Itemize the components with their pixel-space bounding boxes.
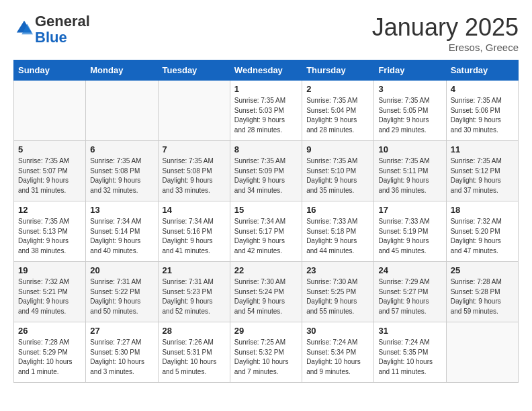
day-number: 10 (378, 144, 441, 154)
calendar-cell: 23Sunrise: 7:30 AM Sunset: 5:25 PM Dayli… (302, 262, 374, 322)
calendar-cell: 13Sunrise: 7:34 AM Sunset: 5:14 PM Dayli… (86, 201, 158, 262)
cell-info: Sunrise: 7:32 AM Sunset: 5:20 PM Dayligh… (451, 217, 514, 256)
cell-info: Sunrise: 7:34 AM Sunset: 5:16 PM Dayligh… (163, 217, 226, 256)
calendar-table: SundayMondayTuesdayWednesdayThursdayFrid… (13, 60, 519, 383)
cell-info: Sunrise: 7:35 AM Sunset: 5:08 PM Dayligh… (163, 156, 226, 195)
day-number: 9 (306, 144, 369, 154)
calendar-cell: 5Sunrise: 7:35 AM Sunset: 5:07 PM Daylig… (14, 141, 86, 201)
cell-info: Sunrise: 7:27 AM Sunset: 5:30 PM Dayligh… (90, 338, 153, 377)
day-header-friday: Friday (374, 60, 446, 81)
calendar-cell (86, 81, 158, 141)
logo-general-text: General (35, 13, 90, 30)
cell-info: Sunrise: 7:29 AM Sunset: 5:27 PM Dayligh… (378, 277, 441, 316)
calendar-cell: 4Sunrise: 7:35 AM Sunset: 5:06 PM Daylig… (446, 81, 518, 141)
calendar-cell: 16Sunrise: 7:33 AM Sunset: 5:18 PM Dayli… (302, 201, 374, 262)
calendar-cell: 2Sunrise: 7:35 AM Sunset: 5:04 PM Daylig… (302, 81, 374, 141)
cell-info: Sunrise: 7:34 AM Sunset: 5:17 PM Dayligh… (234, 217, 298, 256)
calendar-cell: 24Sunrise: 7:29 AM Sunset: 5:27 PM Dayli… (374, 262, 446, 322)
day-number: 7 (163, 144, 226, 154)
day-header-tuesday: Tuesday (158, 60, 230, 81)
day-number: 17 (378, 205, 441, 215)
calendar-cell: 1Sunrise: 7:35 AM Sunset: 5:03 PM Daylig… (230, 81, 302, 141)
calendar-header-row: SundayMondayTuesdayWednesdayThursdayFrid… (14, 60, 519, 81)
cell-info: Sunrise: 7:33 AM Sunset: 5:19 PM Dayligh… (378, 217, 441, 256)
day-number: 13 (90, 205, 153, 215)
cell-info: Sunrise: 7:31 AM Sunset: 5:22 PM Dayligh… (90, 277, 153, 316)
calendar-cell: 12Sunrise: 7:35 AM Sunset: 5:13 PM Dayli… (14, 201, 86, 262)
calendar-cell: 20Sunrise: 7:31 AM Sunset: 5:22 PM Dayli… (86, 262, 158, 322)
day-number: 1 (234, 84, 298, 94)
day-number: 29 (234, 326, 298, 336)
cell-info: Sunrise: 7:30 AM Sunset: 5:24 PM Dayligh… (234, 277, 298, 316)
cell-info: Sunrise: 7:34 AM Sunset: 5:14 PM Dayligh… (90, 217, 153, 256)
day-number: 22 (234, 265, 298, 275)
cell-info: Sunrise: 7:35 AM Sunset: 5:12 PM Dayligh… (451, 156, 514, 195)
calendar-week-2: 5Sunrise: 7:35 AM Sunset: 5:07 PM Daylig… (14, 141, 519, 201)
cell-info: Sunrise: 7:35 AM Sunset: 5:13 PM Dayligh… (18, 217, 81, 256)
day-number: 4 (451, 84, 514, 94)
calendar-cell: 18Sunrise: 7:32 AM Sunset: 5:20 PM Dayli… (446, 201, 518, 262)
day-number: 14 (163, 205, 226, 215)
calendar-cell: 14Sunrise: 7:34 AM Sunset: 5:16 PM Dayli… (158, 201, 230, 262)
cell-info: Sunrise: 7:35 AM Sunset: 5:09 PM Dayligh… (234, 156, 298, 195)
calendar-cell: 25Sunrise: 7:28 AM Sunset: 5:28 PM Dayli… (446, 262, 518, 322)
cell-info: Sunrise: 7:35 AM Sunset: 5:04 PM Dayligh… (306, 96, 369, 135)
calendar-cell: 19Sunrise: 7:32 AM Sunset: 5:21 PM Dayli… (14, 262, 86, 322)
cell-info: Sunrise: 7:24 AM Sunset: 5:34 PM Dayligh… (306, 338, 369, 377)
day-header-sunday: Sunday (14, 60, 86, 81)
day-number: 31 (378, 326, 441, 336)
location-subtitle: Eresos, Greece (372, 42, 519, 53)
day-number: 11 (451, 144, 514, 154)
cell-info: Sunrise: 7:24 AM Sunset: 5:35 PM Dayligh… (378, 338, 441, 377)
day-number: 18 (451, 205, 514, 215)
day-number: 19 (18, 265, 81, 275)
calendar-cell: 28Sunrise: 7:26 AM Sunset: 5:31 PM Dayli… (158, 322, 230, 383)
calendar-cell: 26Sunrise: 7:28 AM Sunset: 5:29 PM Dayli… (14, 322, 86, 383)
cell-info: Sunrise: 7:31 AM Sunset: 5:23 PM Dayligh… (163, 277, 226, 316)
calendar-cell: 22Sunrise: 7:30 AM Sunset: 5:24 PM Dayli… (230, 262, 302, 322)
calendar-cell: 15Sunrise: 7:34 AM Sunset: 5:17 PM Dayli… (230, 201, 302, 262)
calendar-cell (446, 322, 518, 383)
calendar-cell: 6Sunrise: 7:35 AM Sunset: 5:08 PM Daylig… (86, 141, 158, 201)
day-number: 6 (90, 144, 153, 154)
cell-info: Sunrise: 7:35 AM Sunset: 5:11 PM Dayligh… (378, 156, 441, 195)
calendar-cell (14, 81, 86, 141)
day-number: 23 (306, 265, 369, 275)
calendar-cell: 11Sunrise: 7:35 AM Sunset: 5:12 PM Dayli… (446, 141, 518, 201)
logo-blue-text: Blue (35, 29, 67, 46)
cell-info: Sunrise: 7:35 AM Sunset: 5:05 PM Dayligh… (378, 96, 441, 135)
month-title: January 2025 (372, 13, 519, 42)
day-number: 21 (163, 265, 226, 275)
calendar-cell: 29Sunrise: 7:25 AM Sunset: 5:32 PM Dayli… (230, 322, 302, 383)
logo-icon (15, 19, 34, 38)
page-header: General Blue January 2025 Eresos, Greece (13, 13, 519, 53)
logo: General Blue (13, 13, 90, 46)
day-number: 25 (451, 265, 514, 275)
cell-info: Sunrise: 7:33 AM Sunset: 5:18 PM Dayligh… (306, 217, 369, 256)
calendar-cell: 9Sunrise: 7:35 AM Sunset: 5:10 PM Daylig… (302, 141, 374, 201)
cell-info: Sunrise: 7:26 AM Sunset: 5:31 PM Dayligh… (163, 338, 226, 377)
day-header-wednesday: Wednesday (230, 60, 302, 81)
calendar-cell: 21Sunrise: 7:31 AM Sunset: 5:23 PM Dayli… (158, 262, 230, 322)
calendar-week-4: 19Sunrise: 7:32 AM Sunset: 5:21 PM Dayli… (14, 262, 519, 322)
day-number: 2 (306, 84, 369, 94)
calendar-cell: 17Sunrise: 7:33 AM Sunset: 5:19 PM Dayli… (374, 201, 446, 262)
calendar-cell: 27Sunrise: 7:27 AM Sunset: 5:30 PM Dayli… (86, 322, 158, 383)
day-number: 24 (378, 265, 441, 275)
cell-info: Sunrise: 7:35 AM Sunset: 5:10 PM Dayligh… (306, 156, 369, 195)
day-number: 3 (378, 84, 441, 94)
calendar-week-3: 12Sunrise: 7:35 AM Sunset: 5:13 PM Dayli… (14, 201, 519, 262)
calendar-body: 1Sunrise: 7:35 AM Sunset: 5:03 PM Daylig… (14, 81, 519, 383)
calendar-cell: 10Sunrise: 7:35 AM Sunset: 5:11 PM Dayli… (374, 141, 446, 201)
day-number: 5 (18, 144, 81, 154)
calendar-week-5: 26Sunrise: 7:28 AM Sunset: 5:29 PM Dayli… (14, 322, 519, 383)
day-number: 16 (306, 205, 369, 215)
cell-info: Sunrise: 7:35 AM Sunset: 5:08 PM Dayligh… (90, 156, 153, 195)
calendar-cell: 30Sunrise: 7:24 AM Sunset: 5:34 PM Dayli… (302, 322, 374, 383)
cell-info: Sunrise: 7:30 AM Sunset: 5:25 PM Dayligh… (306, 277, 369, 316)
day-number: 15 (234, 205, 298, 215)
calendar-cell: 7Sunrise: 7:35 AM Sunset: 5:08 PM Daylig… (158, 141, 230, 201)
day-header-monday: Monday (86, 60, 158, 81)
cell-info: Sunrise: 7:35 AM Sunset: 5:03 PM Dayligh… (234, 96, 298, 135)
day-number: 26 (18, 326, 81, 336)
